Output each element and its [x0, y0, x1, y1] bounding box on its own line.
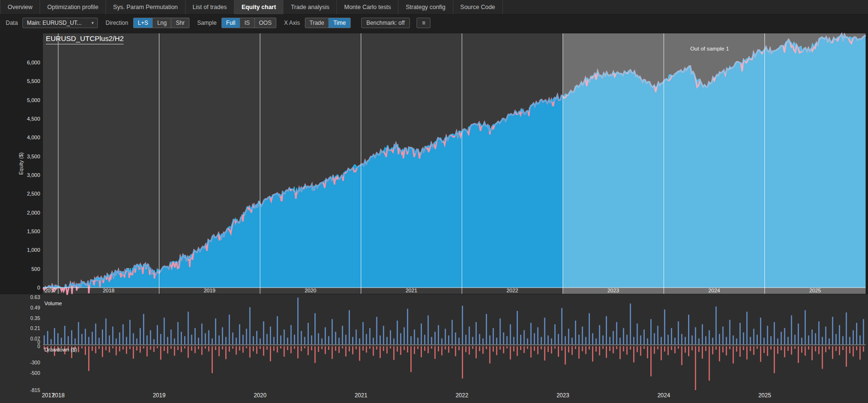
drawdown-bar	[523, 346, 524, 353]
tab-monte-carlo-tests[interactable]: Monte Carlo tests	[337, 0, 398, 14]
drawdown-bar	[736, 346, 737, 351]
volume-bar	[222, 327, 223, 344]
xaxis-option-trade[interactable]: Trade	[305, 18, 329, 28]
volume-bar	[691, 335, 692, 344]
toolbar: Data Main: EURUSD_UT... ▾ Direction L+SL…	[0, 15, 868, 31]
drawdown-bar	[410, 346, 411, 372]
volume-bar	[219, 335, 220, 344]
equity-strip-year: 2022	[507, 288, 518, 293]
drawdown-bar	[407, 346, 408, 352]
equity-strip-year: 2018	[103, 288, 115, 293]
volume-bar	[554, 324, 555, 344]
drawdown-bar	[544, 346, 545, 361]
drawdown-bar	[448, 346, 449, 353]
tab-sys-param-permutation[interactable]: Sys. Param Permutation	[106, 0, 185, 14]
volume-bar	[774, 322, 775, 344]
tab-equity-chart[interactable]: Equity chart	[234, 0, 283, 14]
volume-bar	[815, 333, 816, 344]
tab-overview[interactable]: Overview	[0, 0, 40, 14]
volume-bar	[47, 331, 48, 344]
direction-option-shr[interactable]: Shr	[171, 18, 189, 28]
volume-bar	[98, 338, 99, 344]
drawdown-bar	[273, 346, 274, 351]
drawdown-bar	[342, 346, 343, 349]
tab-bar: OverviewOptimization profileSys. Param P…	[0, 0, 868, 15]
drawdown-bar	[596, 346, 596, 351]
drawdown-bar	[212, 346, 213, 373]
drawdown-bar	[770, 346, 771, 350]
volume-bar	[839, 325, 840, 344]
volume-bar	[822, 337, 823, 344]
drawdown-bar	[685, 346, 686, 353]
drawdown-bar	[839, 346, 840, 355]
drawdown-bar	[441, 346, 442, 355]
drawdown-bar	[795, 346, 795, 349]
drawdown-bar	[750, 346, 751, 351]
tab-source-code[interactable]: Source Code	[453, 0, 503, 14]
drawdown-bar	[98, 346, 99, 349]
tab-trade-analysis[interactable]: Trade analysis	[283, 0, 337, 14]
volume-bar	[376, 317, 377, 344]
sample-option-oos[interactable]: OOS	[254, 18, 277, 28]
volume-bar	[596, 339, 596, 344]
volume-bar	[109, 335, 110, 344]
volume-bar	[380, 335, 381, 344]
drawdown-bar	[301, 346, 302, 351]
volume-bar	[280, 335, 281, 344]
volume-bar	[71, 330, 72, 344]
tab-optimization-profile[interactable]: Optimization profile	[40, 0, 106, 14]
equity-ytick: 1,000	[27, 247, 40, 253]
volume-bar	[695, 327, 696, 344]
xaxis-option-time[interactable]: Time	[328, 18, 350, 28]
volume-bar	[318, 333, 319, 344]
drawdown-bar	[129, 346, 130, 349]
data-select-value: Main: EURUSD_UT...	[27, 20, 82, 26]
drawdown-bar	[418, 346, 418, 349]
volume-bar	[486, 314, 487, 344]
volume-bar	[763, 338, 764, 344]
drawdown-bar	[393, 346, 394, 360]
volume-bar	[136, 339, 137, 344]
drawdown-bar	[318, 346, 319, 352]
volume-bar	[637, 323, 638, 344]
volume-bar	[283, 330, 284, 344]
sample-option-full[interactable]: Full	[221, 18, 240, 28]
drawdown-bar	[263, 346, 264, 356]
volume-bar	[414, 330, 415, 344]
direction-option-lng[interactable]: Lng	[152, 18, 171, 28]
direction-option-l-s[interactable]: L+S	[133, 18, 153, 28]
drawdown-bar	[167, 346, 168, 353]
tab-list-of-trades[interactable]: List of trades	[186, 0, 235, 14]
drawdown-bar	[397, 346, 397, 351]
volume-bar	[250, 307, 251, 344]
volume-bar	[520, 335, 521, 344]
volume-bar	[575, 320, 576, 344]
data-select[interactable]: Main: EURUSD_UT... ▾	[22, 18, 98, 28]
drawdown-bar	[722, 346, 723, 352]
chart-canvas[interactable]: 2017201820192020202120222023202420250500…	[0, 0, 868, 403]
volume-bar	[551, 339, 552, 344]
drawdown-bar	[856, 346, 857, 351]
drawdown-bar	[757, 346, 758, 349]
drawdown-bar	[586, 346, 586, 354]
equity-ytick: 2,500	[27, 191, 40, 196]
drawdown-bar	[561, 346, 562, 351]
volume-bar	[270, 327, 271, 344]
volume-bar	[273, 337, 274, 344]
benchmark-button[interactable]: Benchmark: off	[361, 18, 410, 28]
sample-option-is[interactable]: IS	[240, 18, 254, 28]
tab-strategy-config[interactable]: Strategy config	[398, 0, 453, 14]
drawdown-bar	[414, 346, 415, 354]
drawdown-bar	[170, 346, 171, 349]
drawdown-bar	[805, 346, 805, 356]
volume-bar	[616, 322, 617, 344]
volume-bar	[328, 336, 329, 344]
volume-bar	[757, 335, 758, 344]
volume-bar	[195, 328, 196, 344]
drawdown-bar	[455, 346, 456, 356]
volume-bar	[558, 334, 559, 344]
menu-button[interactable]: ≡	[417, 18, 430, 28]
drawdown-bar	[150, 346, 151, 350]
volume-bar	[805, 310, 805, 344]
drawdown-bar	[650, 346, 651, 376]
